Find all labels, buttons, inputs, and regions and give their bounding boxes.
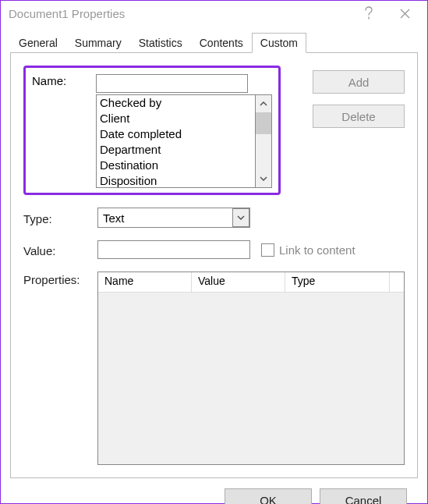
link-to-content-checkbox[interactable] (261, 243, 274, 257)
list-item[interactable]: Department (100, 142, 252, 158)
scroll-thumb[interactable] (256, 112, 271, 134)
add-button[interactable]: Add (313, 70, 405, 94)
table-body (98, 293, 404, 464)
list-item[interactable]: Disposition (100, 173, 252, 188)
list-item[interactable]: Client (100, 111, 252, 126)
tab-panel-custom: Add Delete Name: Checked by Client Date … (10, 52, 418, 478)
type-select[interactable]: Text (97, 208, 250, 228)
name-highlight-box: Name: Checked by Client Date completed D… (23, 66, 281, 195)
properties-label: Properties: (23, 272, 97, 286)
list-scrollbar[interactable] (255, 94, 272, 188)
col-value[interactable]: Value (192, 272, 285, 293)
tab-general[interactable]: General (10, 33, 66, 53)
dialog-footer: OK Cancel (10, 478, 418, 504)
name-suggestions-list[interactable]: Checked by Client Date completed Departm… (96, 94, 255, 188)
properties-dialog: Document1 Properties General Summary Sta… (0, 0, 428, 504)
tab-custom[interactable]: Custom (252, 33, 306, 53)
tab-statistics[interactable]: Statistics (130, 33, 191, 53)
tab-summary[interactable]: Summary (66, 33, 130, 53)
titlebar: Document1 Properties (1, 1, 427, 26)
tab-contents[interactable]: Contents (191, 33, 252, 53)
scroll-down-button[interactable] (256, 170, 271, 187)
name-label: Name: (32, 74, 96, 188)
scroll-up-button[interactable] (256, 95, 271, 112)
col-name[interactable]: Name (98, 272, 192, 293)
cancel-button[interactable]: Cancel (320, 488, 407, 504)
value-input[interactable] (97, 240, 250, 259)
type-select-arrow[interactable] (232, 208, 249, 227)
chevron-down-icon (260, 176, 267, 181)
type-select-value: Text (103, 211, 232, 225)
value-label: Value: (23, 243, 97, 257)
list-item[interactable]: Destination (100, 158, 252, 173)
name-input[interactable] (96, 74, 248, 93)
properties-table[interactable]: Name Value Type (97, 272, 405, 465)
tab-bar: General Summary Statistics Contents Cust… (10, 30, 418, 52)
list-item[interactable]: Date completed (100, 126, 252, 142)
delete-button[interactable]: Delete (313, 105, 405, 128)
ok-button[interactable]: OK (225, 488, 312, 504)
close-icon (400, 9, 410, 19)
link-to-content-label: Link to content (279, 243, 355, 257)
close-button[interactable] (387, 1, 423, 26)
help-button[interactable] (351, 1, 387, 26)
scroll-track[interactable] (256, 134, 271, 170)
table-header: Name Value Type (98, 272, 404, 293)
col-type[interactable]: Type (285, 272, 390, 293)
window-title: Document1 Properties (9, 7, 351, 20)
type-label: Type: (23, 211, 97, 225)
list-item[interactable]: Checked by (100, 95, 252, 111)
chevron-up-icon (260, 101, 267, 106)
col-spacer (390, 272, 404, 293)
help-icon (364, 6, 373, 20)
chevron-down-icon (237, 215, 245, 220)
